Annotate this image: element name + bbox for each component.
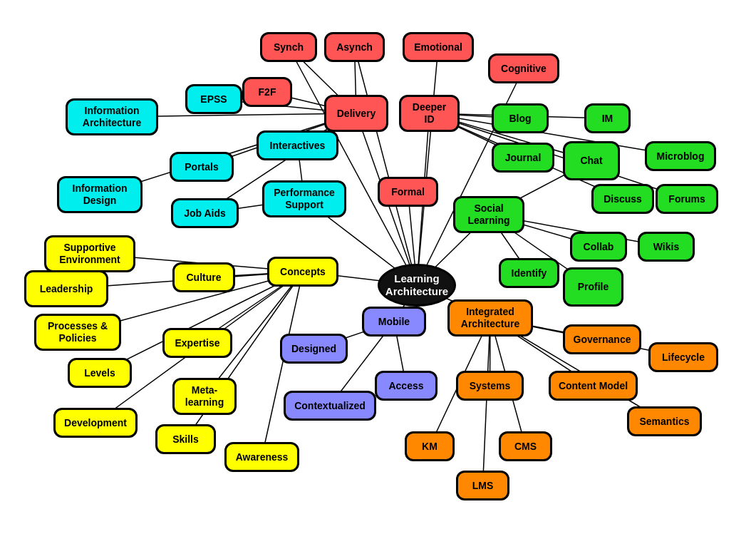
svg-line-50 <box>483 318 491 486</box>
node-access: Access <box>375 371 437 401</box>
node-infoarch: Information Architecture <box>66 98 158 135</box>
node-concepts: Concepts <box>267 257 338 287</box>
svg-line-25 <box>430 113 681 156</box>
node-blog: Blog <box>492 103 549 133</box>
node-delivery: Delivery <box>324 95 388 132</box>
node-wikis: Wikis <box>638 232 695 262</box>
node-asynch: Asynch <box>324 32 385 62</box>
node-formal: Formal <box>378 177 438 207</box>
node-levels: Levels <box>68 358 132 388</box>
node-mobile: Mobile <box>362 307 426 337</box>
svg-line-2 <box>417 47 438 285</box>
node-interactives: Interactives <box>257 130 338 160</box>
node-semantics: Semantics <box>627 406 702 436</box>
node-microblog: Microblog <box>645 141 716 171</box>
node-development: Development <box>53 408 138 438</box>
node-contextualized: Contextualized <box>284 391 376 421</box>
node-profile: Profile <box>563 267 623 307</box>
node-awareness: Awareness <box>224 442 299 472</box>
svg-line-42 <box>262 272 304 457</box>
node-chat: Chat <box>563 141 620 180</box>
node-designed: Designed <box>280 334 348 364</box>
node-synch: Synch <box>260 32 317 62</box>
node-skills: Skills <box>155 424 216 454</box>
node-forums: Forums <box>656 184 718 214</box>
node-culture: Culture <box>172 262 235 292</box>
node-processes: Processes & Policies <box>34 314 121 351</box>
node-contentmodel: Content Model <box>549 371 638 401</box>
node-governance: Governance <box>563 324 641 354</box>
node-supenv: Supportive Environment <box>44 235 135 272</box>
node-infodesign: Information Design <box>57 176 143 213</box>
node-intarch: Integrated Architecture <box>447 299 533 337</box>
node-collab: Collab <box>570 232 627 262</box>
node-expertise: Expertise <box>162 328 232 358</box>
node-lifecycle: Lifecycle <box>648 342 718 372</box>
mind-map: SynchAsynchEmotionalCognitiveF2FEPSSDeli… <box>0 0 756 534</box>
node-lms: LMS <box>456 471 509 500</box>
node-f2f: F2F <box>242 77 292 107</box>
node-systems: Systems <box>456 371 524 401</box>
node-perfsupport: Performance Support <box>262 180 346 217</box>
node-discuss: Discuss <box>591 184 654 214</box>
node-portals: Portals <box>170 152 234 182</box>
node-journal: Journal <box>492 143 554 173</box>
node-im: IM <box>584 103 631 133</box>
node-jobaid: Job Aids <box>171 198 239 228</box>
node-cms: CMS <box>499 431 552 461</box>
center-node: Learning Architecture <box>378 264 456 307</box>
node-km: KM <box>405 431 455 461</box>
node-epss: EPSS <box>185 84 242 114</box>
node-deeperid: Deeper ID <box>399 95 460 132</box>
node-metalearning: Meta- learning <box>172 378 237 415</box>
node-leadership: Leadership <box>24 270 108 307</box>
node-sociallearning: Social Learning <box>453 196 524 233</box>
svg-line-0 <box>289 47 417 285</box>
svg-line-1 <box>355 47 418 285</box>
node-identify: Identify <box>499 258 559 288</box>
node-emotional: Emotional <box>403 32 474 62</box>
node-cognitive: Cognitive <box>488 53 559 83</box>
